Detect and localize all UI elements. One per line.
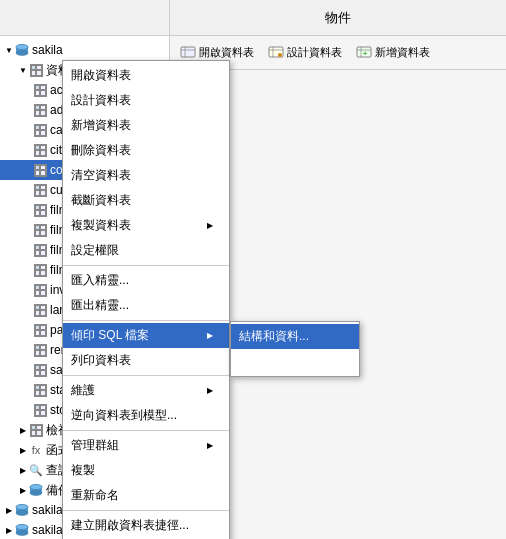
window-title: 物件 bbox=[325, 9, 351, 27]
svg-point-11 bbox=[16, 505, 28, 510]
table-icon bbox=[32, 342, 48, 358]
expand-arrow-backup: ▶ bbox=[18, 485, 28, 495]
submenu-arrow-dump: ▶ bbox=[207, 331, 213, 340]
new-table-label: 新增資料表 bbox=[375, 45, 430, 60]
expand-arrow: ▼ bbox=[4, 45, 14, 55]
db-icon-merge bbox=[14, 502, 30, 518]
open-table-label: 開啟資料表 bbox=[199, 45, 254, 60]
menu-label: 維護 bbox=[71, 382, 95, 399]
menu-dump-sql[interactable]: 傾印 SQL 檔案 ▶ 結構和資料... 僅結構... bbox=[63, 323, 229, 348]
menu-label: 重新命名 bbox=[71, 487, 119, 504]
expand-arrow-functions: ▶ bbox=[18, 445, 28, 455]
tree-item-sakila[interactable]: ▼ sakila bbox=[0, 40, 169, 60]
menu-separator-2 bbox=[63, 320, 229, 321]
menu-reverse-model[interactable]: 逆向資料表到模型... bbox=[63, 403, 229, 428]
submenu-label: 僅結構... bbox=[239, 353, 285, 370]
menu-copy-table[interactable]: 複製資料表 ▶ bbox=[63, 213, 229, 238]
submenu-arrow: ▶ bbox=[207, 221, 213, 230]
context-menu: 開啟資料表 設計資料表 新增資料表 刪除資料表 清空資料表 截斷資料表 複製資料… bbox=[62, 60, 230, 539]
svg-point-6 bbox=[30, 491, 42, 496]
menu-label: 匯入精靈... bbox=[71, 272, 129, 289]
submenu-item-structure-only[interactable]: 僅結構... bbox=[231, 349, 359, 374]
main-window: ▼ sakila ▼ 資料表 bbox=[0, 0, 506, 539]
table-icon bbox=[32, 142, 48, 158]
menu-label: 複製 bbox=[71, 462, 95, 479]
svg-point-14 bbox=[16, 531, 28, 536]
svg-rect-24 bbox=[181, 47, 195, 57]
menu-label: 刪除資料表 bbox=[71, 142, 131, 159]
table-icon bbox=[32, 222, 48, 238]
menu-design-table[interactable]: 設計資料表 bbox=[63, 88, 229, 113]
design-table-icon bbox=[268, 45, 284, 61]
svg-point-10 bbox=[16, 511, 28, 516]
table-icon bbox=[32, 202, 48, 218]
expand-arrow-sakila-merge: ▶ bbox=[4, 505, 14, 515]
menu-label: 管理群組 bbox=[71, 437, 119, 454]
table-icon bbox=[32, 262, 48, 278]
left-panel-header bbox=[0, 0, 169, 36]
menu-separator-4 bbox=[63, 430, 229, 431]
table-icon bbox=[32, 102, 48, 118]
menu-label: 匯出精靈... bbox=[71, 297, 129, 314]
submenu-item-structure-data[interactable]: 結構和資料... bbox=[231, 324, 359, 349]
views-icon bbox=[28, 422, 44, 438]
svg-text:+: + bbox=[363, 49, 368, 58]
menu-import-wizard[interactable]: 匯入精靈... bbox=[63, 268, 229, 293]
menu-export-wizard[interactable]: 匯出精靈... bbox=[63, 293, 229, 318]
menu-open-table[interactable]: 開啟資料表 bbox=[63, 63, 229, 88]
menu-clear-table[interactable]: 清空資料表 bbox=[63, 163, 229, 188]
table-icon bbox=[32, 322, 48, 338]
menu-truncate-table[interactable]: 截斷資料表 bbox=[63, 188, 229, 213]
expand-arrow-queries: ▶ bbox=[18, 465, 28, 475]
menu-copy2[interactable]: 複製 bbox=[63, 458, 229, 483]
db-icon bbox=[14, 42, 30, 58]
menu-separator-1 bbox=[63, 265, 229, 266]
menu-label: 新增資料表 bbox=[71, 117, 131, 134]
table-icon bbox=[32, 302, 48, 318]
submenu-arrow-maintenance: ▶ bbox=[207, 386, 213, 395]
table-icon bbox=[32, 242, 48, 258]
menu-delete-table[interactable]: 刪除資料表 bbox=[63, 138, 229, 163]
table-icon bbox=[32, 382, 48, 398]
table-icon bbox=[32, 402, 48, 418]
menu-label: 建立開啟資料表捷徑... bbox=[71, 517, 189, 534]
submenu-arrow-manage: ▶ bbox=[207, 441, 213, 450]
design-table-label: 設計資料表 bbox=[287, 45, 342, 60]
menu-label: 傾印 SQL 檔案 bbox=[71, 327, 149, 344]
expand-arrow-sakila2: ▶ bbox=[4, 525, 14, 535]
table-icon bbox=[32, 162, 48, 178]
menu-set-permissions[interactable]: 設定權限 bbox=[63, 238, 229, 263]
menu-create-shortcut[interactable]: 建立開啟資料表捷徑... bbox=[63, 513, 229, 538]
queries-icon: 🔍 bbox=[28, 462, 44, 478]
menu-label: 清空資料表 bbox=[71, 167, 131, 184]
design-table-button[interactable]: 設計資料表 bbox=[262, 42, 348, 64]
tree-label-sakila: sakila bbox=[32, 43, 63, 57]
menu-label: 複製資料表 bbox=[71, 217, 131, 234]
menu-label: 設定權限 bbox=[71, 242, 119, 259]
menu-label: 截斷資料表 bbox=[71, 192, 131, 209]
table-folder-icon bbox=[28, 62, 44, 78]
expand-arrow-views: ▶ bbox=[18, 425, 28, 435]
new-table-button[interactable]: + 新增資料表 bbox=[350, 42, 436, 64]
table-icon bbox=[32, 122, 48, 138]
menu-separator-5 bbox=[63, 510, 229, 511]
table-icon bbox=[32, 362, 48, 378]
table-icon bbox=[32, 82, 48, 98]
svg-point-7 bbox=[30, 485, 42, 490]
submenu-label: 結構和資料... bbox=[239, 328, 309, 345]
menu-label: 逆向資料表到模型... bbox=[71, 407, 177, 424]
menu-rename[interactable]: 重新命名 bbox=[63, 483, 229, 508]
menu-manage-group[interactable]: 管理群組 ▶ bbox=[63, 433, 229, 458]
db-icon-sakila2 bbox=[14, 522, 30, 538]
menu-print-table[interactable]: 列印資料表 bbox=[63, 348, 229, 373]
svg-point-2 bbox=[16, 51, 28, 56]
svg-point-30 bbox=[278, 53, 282, 57]
svg-point-3 bbox=[16, 45, 28, 50]
menu-new-table[interactable]: 新增資料表 bbox=[63, 113, 229, 138]
top-toolbar-title-area: 物件 bbox=[170, 0, 506, 36]
table-icon bbox=[32, 182, 48, 198]
open-table-icon bbox=[180, 45, 196, 61]
menu-maintenance[interactable]: 維護 ▶ bbox=[63, 378, 229, 403]
functions-icon: fx bbox=[28, 442, 44, 458]
menu-label: 列印資料表 bbox=[71, 352, 131, 369]
